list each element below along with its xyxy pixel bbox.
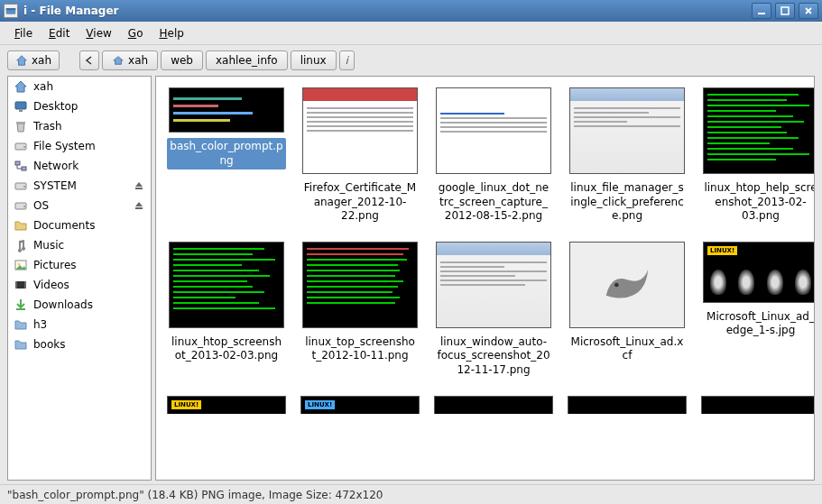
sidebar-item-filesystem[interactable]: File System	[8, 136, 151, 156]
file-label: linux_htop_help_screenshot_2013-02-03.pn…	[701, 179, 815, 225]
menu-go[interactable]: Go	[121, 23, 151, 43]
svg-rect-13	[135, 188, 143, 189]
status-text: "bash_color_prompt.png" (18.4 KB) PNG im…	[7, 489, 383, 501]
file-item[interactable]: linux_window_auto-focus_screenshot_2012-…	[434, 242, 553, 380]
sidebar-item-trash[interactable]: Trash	[8, 116, 151, 136]
sidebar-item-label: Pictures	[33, 259, 145, 271]
menu-help[interactable]: Help	[152, 23, 190, 43]
file-label: linux_window_auto-focus_screenshot_2012-…	[434, 334, 553, 380]
partial-thumbnail-row: LINUX! LINUX!	[167, 396, 803, 414]
sidebar-item-system[interactable]: SYSTEM	[8, 176, 151, 196]
window-title: i - File Manager	[23, 5, 752, 17]
thumbnail	[302, 242, 418, 328]
thumbnail	[569, 242, 685, 328]
drive-icon	[14, 179, 28, 193]
file-label: Microsoft_Linux_ad.xcf	[568, 334, 687, 365]
sidebar-item-network[interactable]: Network	[8, 156, 151, 176]
file-item[interactable]: linux_htop_screenshot_2013-02-03.png	[167, 242, 286, 380]
svg-point-23	[614, 282, 619, 287]
folder-icon	[14, 337, 28, 352]
sidebar-item-pictures[interactable]: Pictures	[8, 255, 151, 275]
thumbnail: LINUX!	[703, 242, 815, 303]
svg-rect-4	[15, 102, 26, 109]
desktop-icon	[14, 99, 28, 114]
menu-view[interactable]: View	[79, 23, 118, 43]
file-item[interactable]: linux_top_screenshot_2012-10-11.png	[300, 242, 420, 380]
breadcrumb-back[interactable]	[79, 50, 99, 70]
sidebar-item-label: Desktop	[33, 100, 145, 113]
window-controls	[752, 3, 818, 19]
download-icon	[14, 298, 28, 312]
thumbnail	[569, 87, 685, 174]
file-label: linux_top_screenshot_2012-10-11.png	[300, 334, 420, 365]
sidebar-item-label: Documents	[33, 219, 145, 232]
sidebar-item-downloads[interactable]: Downloads	[8, 295, 151, 315]
music-icon	[14, 238, 28, 252]
maximize-button[interactable]	[775, 3, 795, 19]
breadcrumb: xah web xahlee_info linux i	[79, 50, 355, 70]
sidebar-item-h3[interactable]: h3	[8, 315, 151, 334]
folder-icon	[14, 218, 28, 233]
home-button-label: xah	[32, 54, 51, 67]
sidebar-item-label: SYSTEM	[33, 179, 127, 192]
thumbnail	[169, 242, 284, 328]
breadcrumb-segment-2[interactable]: xahlee_info	[206, 50, 288, 70]
file-item[interactable]: LINUX! Microsoft_Linux_ad_edge_1-s.jpg	[701, 242, 815, 380]
minimize-button[interactable]	[752, 3, 771, 19]
sidebar-item-desktop[interactable]: Desktop	[8, 96, 151, 116]
window-titlebar: i - File Manager	[0, 0, 822, 22]
thumbnail[interactable]: LINUX!	[300, 396, 420, 414]
close-button[interactable]	[799, 3, 818, 19]
home-button[interactable]: xah	[7, 50, 60, 70]
svg-rect-22	[16, 308, 25, 310]
drive-icon	[14, 139, 28, 153]
svg-rect-16	[135, 207, 143, 209]
window-icon	[4, 4, 18, 18]
thumbnail[interactable]	[568, 396, 687, 414]
breadcrumb-segment-0[interactable]: xah	[102, 50, 158, 70]
breadcrumb-segment-1[interactable]: web	[161, 50, 203, 70]
sidebar-item-videos[interactable]: Videos	[8, 275, 151, 295]
thumbnail[interactable]	[434, 396, 553, 414]
thumbnail[interactable]	[701, 396, 815, 414]
svg-rect-20	[15, 281, 17, 289]
file-item[interactable]: bash_color_prompt.png	[167, 87, 286, 225]
file-label: Microsoft_Linux_ad_edge_1-s.jpg	[701, 308, 815, 340]
svg-rect-5	[19, 110, 23, 112]
thumbnail[interactable]: LINUX!	[167, 396, 286, 414]
sidebar-item-os[interactable]: OS	[8, 196, 151, 215]
menu-file[interactable]: File	[7, 23, 40, 43]
file-item[interactable]: linux_file_manager_single_click_preferen…	[568, 87, 687, 225]
sidebar-item-label: OS	[33, 199, 127, 212]
eject-icon[interactable]	[133, 179, 145, 192]
thumbnail	[436, 242, 551, 328]
svg-point-12	[23, 186, 25, 188]
thumbnail	[436, 87, 551, 174]
file-grid[interactable]: bash_color_prompt.png Firefox_Certificat…	[155, 76, 815, 481]
sidebar-item-label: Downloads	[33, 298, 145, 311]
file-label: google_linux_dot_netrc_screen_capture_20…	[434, 179, 553, 225]
main-area: xah Desktop Trash File System Network SY…	[0, 76, 822, 484]
sidebar-item-home[interactable]: xah	[8, 77, 151, 96]
file-item[interactable]: Microsoft_Linux_ad.xcf	[568, 242, 687, 380]
sidebar-item-books[interactable]: books	[8, 334, 151, 354]
file-item[interactable]: google_linux_dot_netrc_screen_capture_20…	[434, 87, 553, 225]
sidebar-item-documents[interactable]: Documents	[8, 215, 151, 235]
home-icon	[14, 79, 28, 94]
file-label: linux_file_manager_single_click_preferen…	[568, 179, 687, 225]
sidebar-item-label: books	[33, 338, 145, 351]
thumbnail	[302, 87, 418, 174]
file-item[interactable]: linux_htop_help_screenshot_2013-02-03.pn…	[701, 87, 815, 225]
menubar: File Edit View Go Help	[0, 22, 822, 45]
breadcrumb-segment-4[interactable]: i	[339, 50, 355, 70]
eject-icon[interactable]	[133, 199, 145, 212]
sidebar-item-label: xah	[33, 80, 145, 93]
sidebar-item-music[interactable]: Music	[8, 235, 151, 255]
menu-edit[interactable]: Edit	[42, 23, 77, 43]
breadcrumb-segment-3[interactable]: linux	[291, 50, 337, 70]
videos-icon	[14, 278, 28, 292]
svg-rect-21	[24, 281, 26, 289]
sidebar-item-label: h3	[33, 318, 145, 331]
toolbar: xah xah web xahlee_info linux i	[0, 45, 822, 76]
file-item[interactable]: Firefox_Certificate_Manager_2012-10-22.p…	[300, 87, 420, 225]
